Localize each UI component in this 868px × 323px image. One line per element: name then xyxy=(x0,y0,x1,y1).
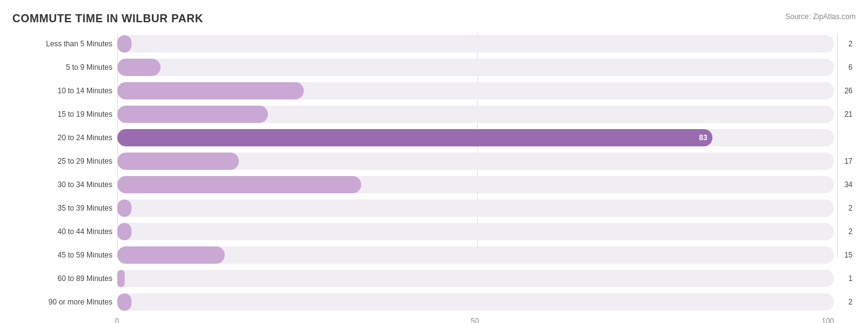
bar-row: 40 to 44 Minutes2 xyxy=(12,220,856,243)
chart-container: COMMUTE TIME IN WILBUR PARK Source: ZipA… xyxy=(0,0,868,323)
bar-fill xyxy=(117,176,361,193)
bar-label: 15 to 19 Minutes xyxy=(12,110,117,119)
chart-source: Source: ZipAtlas.com xyxy=(785,12,856,21)
bar-label: 60 to 89 Minutes xyxy=(12,274,117,283)
bar-row: 30 to 34 Minutes34 xyxy=(12,174,856,196)
x-axis-tick: 0 xyxy=(115,317,119,323)
bar-fill xyxy=(117,82,304,99)
bar-fill xyxy=(117,106,268,123)
bar-track: 2 xyxy=(117,199,834,217)
bar-row: 5 to 9 Minutes6 xyxy=(12,56,856,78)
bar-row: Less than 5 Minutes2 xyxy=(12,33,856,55)
bar-track: 34 xyxy=(117,176,834,193)
bar-fill xyxy=(117,153,239,170)
bar-value: 26 xyxy=(845,86,853,95)
bar-label: 10 to 14 Minutes xyxy=(12,86,117,95)
bar-value: 15 xyxy=(845,251,853,259)
bar-fill xyxy=(117,246,225,264)
bar-label: 30 to 34 Minutes xyxy=(12,180,117,189)
bar-fill xyxy=(117,223,131,240)
bar-value: 17 xyxy=(845,157,853,166)
bar-fill xyxy=(117,35,131,52)
x-axis-tick: 50 xyxy=(471,317,479,323)
bar-label: 45 to 59 Minutes xyxy=(12,251,117,259)
bar-label: 25 to 29 Minutes xyxy=(12,157,117,166)
bar-fill xyxy=(117,199,131,217)
bar-label: 35 to 39 Minutes xyxy=(12,204,117,212)
bar-row: 15 to 19 Minutes21 xyxy=(12,103,856,125)
bar-row: 45 to 59 Minutes15 xyxy=(12,244,856,266)
bar-label: 40 to 44 Minutes xyxy=(12,227,117,236)
bar-value: 21 xyxy=(845,110,853,119)
bar-fill: 83 xyxy=(117,129,712,146)
bar-value: 2 xyxy=(848,40,853,48)
bar-track: 21 xyxy=(117,106,834,123)
bar-track: 2 xyxy=(117,223,834,240)
bar-track: 83 xyxy=(117,129,834,146)
bar-value: 2 xyxy=(848,204,853,212)
bar-value: 83 xyxy=(699,133,707,142)
bar-value: 34 xyxy=(845,180,853,189)
bar-track: 17 xyxy=(117,153,834,170)
bar-fill xyxy=(117,59,161,76)
chart-header: COMMUTE TIME IN WILBUR PARK Source: ZipA… xyxy=(12,12,856,25)
bar-row: 25 to 29 Minutes17 xyxy=(12,150,856,172)
chart-title: COMMUTE TIME IN WILBUR PARK xyxy=(12,12,203,25)
bar-fill xyxy=(117,270,125,287)
bar-fill xyxy=(117,293,131,311)
bar-value: 1 xyxy=(848,274,853,283)
bar-row: 10 to 14 Minutes26 xyxy=(12,80,856,102)
bar-label: Less than 5 Minutes xyxy=(12,40,117,48)
x-axis: 050100 xyxy=(117,314,834,323)
bar-value: 2 xyxy=(848,298,853,306)
bar-track: 1 xyxy=(117,270,834,287)
bar-label: 90 or more Minutes xyxy=(12,298,117,306)
bar-track: 6 xyxy=(117,59,834,76)
bar-value: 6 xyxy=(848,63,853,72)
bar-row: 60 to 89 Minutes1 xyxy=(12,267,856,290)
bar-label: 5 to 9 Minutes xyxy=(12,63,117,72)
bar-track: 2 xyxy=(117,35,834,52)
bar-row: 90 or more Minutes2 xyxy=(12,291,856,313)
bar-label: 20 to 24 Minutes xyxy=(12,133,117,142)
x-axis-tick: 100 xyxy=(822,317,834,323)
bar-track: 2 xyxy=(117,293,834,311)
bars-section: Less than 5 Minutes25 to 9 Minutes610 to… xyxy=(12,33,856,282)
bar-track: 26 xyxy=(117,82,834,99)
bar-row: 20 to 24 Minutes83 xyxy=(12,127,856,149)
chart-area: Less than 5 Minutes25 to 9 Minutes610 to… xyxy=(12,33,856,282)
bar-track: 15 xyxy=(117,246,834,264)
bar-value: 2 xyxy=(848,227,853,236)
bar-row: 35 to 39 Minutes2 xyxy=(12,197,856,219)
